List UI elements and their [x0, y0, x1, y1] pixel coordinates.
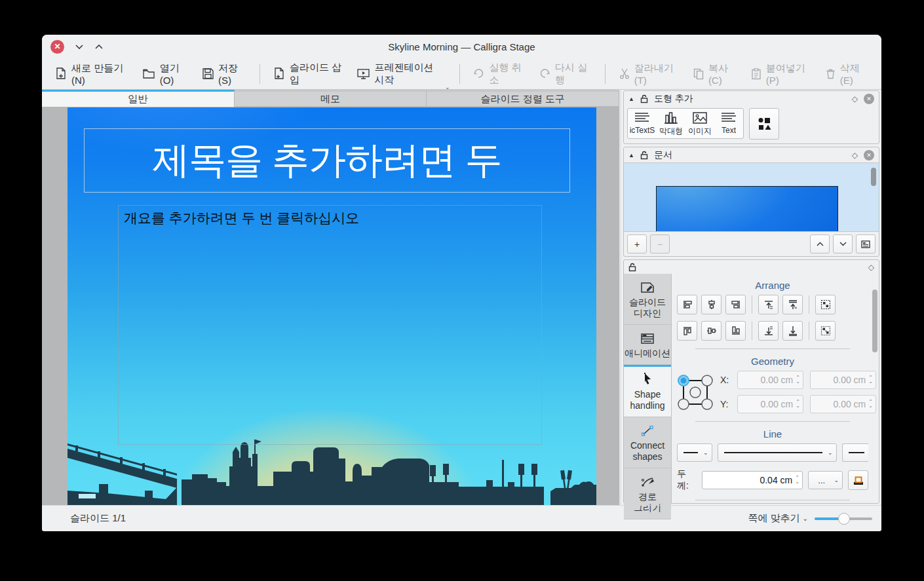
tool-tab-connect-shapes[interactable]: Connect shapes — [624, 417, 671, 468]
paste-icon — [751, 68, 761, 80]
align-right-button[interactable] — [725, 295, 746, 314]
tool-tab-slide-design[interactable]: 슬라이드 디자인 — [624, 274, 671, 325]
slide[interactable]: 제목을 추가하려면 두 개요를 추가하려면 두 번 클릭하십시오 — [67, 107, 596, 505]
align-left-button[interactable] — [677, 295, 697, 314]
redo-button[interactable]: 다시 실행 — [533, 58, 597, 90]
open-folder-icon — [143, 69, 155, 79]
thickness-spinbox[interactable]: 0.04 cm⌃⌄ — [702, 471, 803, 489]
align-center-v-button[interactable] — [701, 321, 722, 341]
float-docker-icon[interactable]: ◇ — [852, 94, 858, 103]
align-top-button[interactable] — [677, 321, 697, 341]
slide-design-icon — [640, 282, 655, 293]
move-slide-up-button[interactable] — [810, 234, 830, 253]
raise-shape-button[interactable] — [758, 295, 779, 314]
send-to-back-button[interactable] — [782, 321, 803, 341]
artistic-text-icon — [634, 111, 651, 124]
docker-title: 도형 추가 — [654, 93, 693, 105]
app-window: ✕ Skyline Morning — Calligra Stage 새로 만들… — [42, 35, 881, 531]
slide-thumbnail-list[interactable] — [624, 162, 879, 232]
line-cap-dropdown[interactable]: ⌄ — [677, 443, 712, 462]
line-end-dropdown[interactable] — [842, 443, 868, 462]
delete-icon — [826, 68, 836, 79]
zoom-slider-handle[interactable] — [838, 513, 850, 525]
miter-join-icon — [853, 475, 864, 485]
collapse-triangle-icon[interactable]: ▲ — [628, 152, 634, 159]
ungroup-shapes-button[interactable] — [815, 321, 836, 341]
align-center-h-button[interactable] — [701, 295, 722, 314]
artistic-text-shape-button[interactable]: icTextS — [628, 109, 657, 138]
height-spinbox[interactable]: 0.00 cm⌃⌄ — [810, 395, 876, 413]
slide-outline-placeholder[interactable]: 개요를 추가하려면 두 번 클릭하십시오 — [118, 205, 542, 445]
start-presentation-button[interactable]: 프레젠테이션 시작 ⌄ — [351, 58, 451, 90]
add-slide-button[interactable]: + — [627, 234, 647, 253]
tool-options-header[interactable]: ◇ — [624, 260, 879, 274]
bring-to-front-button[interactable] — [782, 295, 803, 314]
x-position-spinbox[interactable]: 0.00 cm⌃⌄ — [737, 371, 803, 389]
new-document-button[interactable]: 새로 만들기(N) — [50, 58, 134, 90]
line-options-dropdown[interactable]: ...⌄ — [808, 471, 843, 489]
chevron-down-icon: ⌄ — [803, 515, 808, 522]
group-shapes-button[interactable] — [815, 295, 836, 314]
text-shape-button[interactable]: Text — [714, 109, 743, 138]
paste-button[interactable]: 붙여넣기(P) — [745, 58, 817, 90]
y-position-spinbox[interactable]: 0.00 cm⌃⌄ — [737, 395, 803, 413]
width-spinbox[interactable]: 0.00 cm⌃⌄ — [810, 371, 876, 389]
redo-icon — [539, 69, 550, 79]
tab-general[interactable]: 일반 — [42, 90, 235, 107]
insert-slide-button[interactable]: 슬라이드 삽입 ⌄ — [268, 58, 349, 90]
align-bottom-button[interactable] — [725, 321, 746, 341]
scrollbar[interactable] — [871, 168, 876, 186]
toolbar-separator — [459, 64, 460, 84]
scrollbar[interactable] — [872, 290, 877, 352]
tab-slides-sorter[interactable]: 슬라이드 정렬 도구 — [427, 90, 619, 107]
document-docker-header[interactable]: ▲ 문서 ◇ ✕ — [624, 147, 879, 162]
view-mode-button[interactable] — [856, 234, 876, 253]
window-close-button[interactable]: ✕ — [50, 40, 64, 54]
shapes-icon — [757, 117, 771, 131]
anchor-selector[interactable] — [677, 374, 714, 411]
line-join-button[interactable] — [848, 470, 868, 490]
image-icon — [692, 111, 708, 124]
lock-icon[interactable] — [640, 94, 648, 103]
tool-tab-shape-handling[interactable]: Shape handling — [624, 365, 671, 417]
open-button[interactable]: 열기(O) — [137, 58, 194, 90]
undo-button[interactable]: 실행 취소 — [467, 58, 531, 90]
collapse-triangle-icon[interactable]: ▲ — [628, 96, 634, 102]
zoom-slider[interactable] — [815, 513, 872, 525]
new-document-icon — [56, 67, 67, 80]
copy-button[interactable]: 복사(C) — [687, 58, 742, 90]
close-docker-icon[interactable]: ✕ — [864, 94, 874, 104]
docker-title: 문서 — [654, 149, 672, 161]
cut-button[interactable]: 잘라내기(T) — [613, 58, 685, 90]
zoom-mode-dropdown[interactable]: 쪽에 맞추기 ⌄ — [748, 512, 808, 525]
save-button[interactable]: 저장(S) — [197, 58, 252, 90]
tab-notes[interactable]: 메모 — [235, 90, 427, 107]
slide-title-placeholder[interactable]: 제목을 추가하려면 두 — [84, 128, 570, 193]
undo-icon — [473, 69, 484, 79]
tool-tab-animation[interactable]: 애니메이션 — [624, 325, 671, 365]
window-maximize-button[interactable] — [94, 44, 104, 50]
remove-slide-button[interactable]: − — [650, 234, 670, 253]
delete-button[interactable]: 삭제(E) — [820, 58, 874, 90]
slide-canvas[interactable]: 제목을 추가하려면 두 개요를 추가하려면 두 번 클릭하십시오 — [42, 107, 619, 505]
lock-icon[interactable] — [640, 151, 648, 160]
float-docker-icon[interactable]: ◇ — [852, 151, 858, 160]
lower-shape-button[interactable] — [758, 321, 779, 341]
move-slide-down-button[interactable] — [833, 234, 853, 253]
bar-chart-shape-button[interactable]: 막대형 — [657, 109, 685, 138]
slide-thumbnail[interactable] — [656, 186, 838, 232]
shapes-collection-button[interactable] — [749, 108, 779, 140]
bar-chart-icon — [663, 111, 679, 124]
close-docker-icon[interactable]: ✕ — [864, 150, 874, 160]
float-docker-icon[interactable]: ◇ — [868, 263, 874, 272]
window-minimize-button[interactable] — [75, 44, 84, 50]
image-shape-button[interactable]: 이미지 — [685, 109, 714, 138]
add-shape-docker: ▲ 도형 추가 ◇ ✕ icTextS 막대 — [623, 90, 879, 144]
save-icon — [202, 68, 214, 79]
lock-icon[interactable] — [628, 263, 636, 272]
document-docker: ▲ 문서 ◇ ✕ + − — [623, 147, 879, 257]
add-shape-docker-header[interactable]: ▲ 도형 추가 ◇ ✕ — [624, 91, 879, 106]
line-style-dropdown[interactable]: ⌄ — [718, 443, 837, 462]
slide-indicator: 슬라이드 1/1 — [70, 512, 126, 525]
window-title: Skyline Morning — Calligra Stage — [42, 41, 881, 52]
